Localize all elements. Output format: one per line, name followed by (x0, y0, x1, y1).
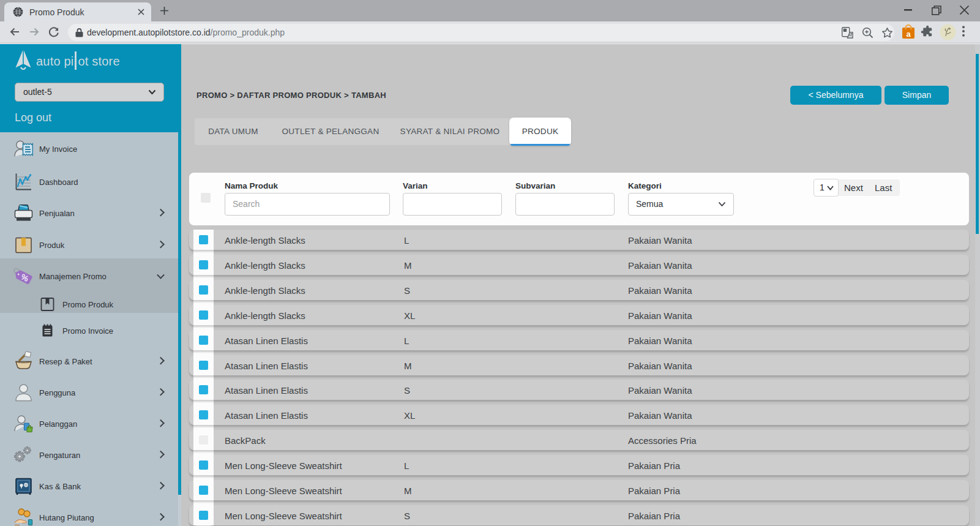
svg-text:a: a (906, 29, 911, 39)
